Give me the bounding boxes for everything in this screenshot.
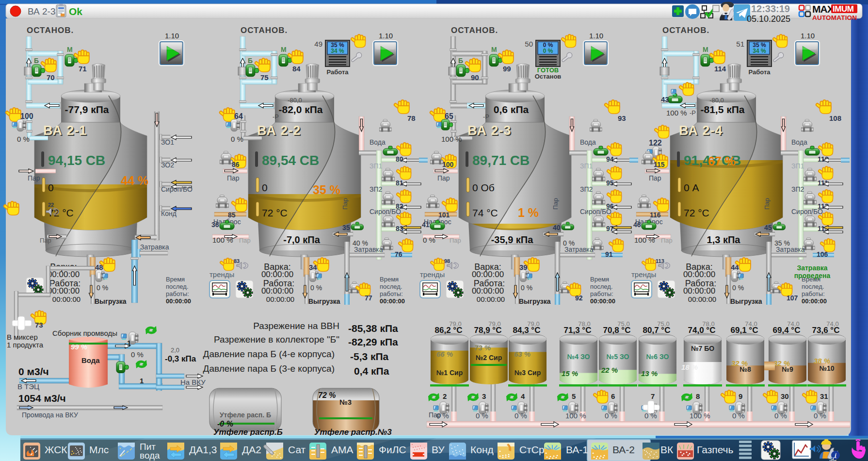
svg-text:Пар: Пар <box>763 198 771 210</box>
svg-text:94: 94 <box>606 155 614 163</box>
svg-text:80: 80 <box>396 155 403 163</box>
svg-text:2,0: 2,0 <box>171 346 179 354</box>
svg-text:Пар: Пар <box>28 174 40 182</box>
svg-text:послед.: послед. <box>380 283 402 290</box>
svg-text:ЗО2: ЗО2 <box>161 161 174 169</box>
svg-text:99 %: 99 % <box>71 343 87 351</box>
svg-text:ДА2: ДА2 <box>242 444 261 455</box>
svg-text:AUTOMATION: AUTOMATION <box>812 14 857 21</box>
svg-text:ЖСК: ЖСК <box>45 444 67 455</box>
svg-text:0 А: 0 А <box>684 182 699 193</box>
svg-text:100: 100 <box>20 112 33 120</box>
svg-text:86: 86 <box>232 161 240 168</box>
svg-text:0: 0 <box>262 182 268 193</box>
svg-text:Затравка: Затравка <box>140 243 169 251</box>
svg-text:Пар: Пар <box>649 174 661 182</box>
svg-text:Выгрузка: Выгрузка <box>730 297 762 305</box>
svg-text:№2 Сир: №2 Сир <box>476 354 502 362</box>
svg-text:89,71 СВ: 89,71 СВ <box>472 153 530 168</box>
svg-text:№7 БО: №7 БО <box>691 345 714 352</box>
svg-text:6: 6 <box>611 392 615 400</box>
svg-text:ВА 2-1: ВА 2-1 <box>43 123 87 138</box>
svg-text:Б: Б <box>458 57 463 65</box>
svg-text:Пар: Пар <box>40 237 51 244</box>
svg-text:100 %: 100 % <box>212 236 233 244</box>
svg-text:0 %: 0 % <box>231 135 243 143</box>
svg-text:89,54 СВ: 89,54 СВ <box>262 153 319 168</box>
svg-text:0 %: 0 % <box>476 412 488 420</box>
svg-text:0 %: 0 % <box>521 284 532 292</box>
svg-text:Пар: Пар <box>239 237 251 244</box>
svg-text:00:00:00: 00:00:00 <box>802 297 827 305</box>
svg-text:Затравка: Затравка <box>564 246 594 253</box>
svg-text:работы:: работы: <box>380 290 403 297</box>
svg-text:Промвода на ВКУ: Промвода на ВКУ <box>22 411 78 419</box>
svg-text:ЗП1: ЗП1 <box>370 162 383 170</box>
svg-text:-35,9 кПа: -35,9 кПа <box>491 234 534 245</box>
svg-text:4: 4 <box>521 392 525 400</box>
svg-text:Конд: Конд <box>470 444 494 455</box>
svg-text:Утфеле распр.Б: Утфеле распр.Б <box>213 428 283 437</box>
svg-text:На ВКУ: На ВКУ <box>180 378 206 386</box>
svg-text:32 %: 32 % <box>773 359 790 367</box>
svg-text:100 %: 100 % <box>690 412 710 420</box>
svg-text:00:00:00: 00:00:00 <box>48 270 80 279</box>
svg-text:Утфеле расп. Б: Утфеле расп. Б <box>220 411 271 419</box>
svg-text:100: 100 <box>442 161 454 168</box>
svg-text:83: 83 <box>234 258 240 264</box>
svg-text:Пар: Пар <box>341 198 349 210</box>
svg-text:38 %: 38 % <box>814 357 830 365</box>
svg-text:1 %: 1 % <box>518 206 539 219</box>
svg-text:М: М <box>703 46 708 53</box>
svg-text:78,9 °С: 78,9 °С <box>474 326 502 335</box>
svg-text:ВА 2-2: ВА 2-2 <box>257 123 301 138</box>
svg-text:91: 91 <box>605 250 613 258</box>
svg-text:-85,38 кПа: -85,38 кПа <box>348 323 398 334</box>
svg-text:№3: №3 <box>339 398 352 406</box>
svg-text:8: 8 <box>696 392 700 400</box>
svg-text:100 %: 100 % <box>441 135 462 143</box>
svg-text:работы:: работы: <box>590 290 613 297</box>
svg-text:00:00:00: 00:00:00 <box>380 297 405 305</box>
svg-text:73 %: 73 % <box>474 344 491 352</box>
svg-text:77: 77 <box>365 294 372 302</box>
svg-text:00:00:00: 00:00:00 <box>48 286 80 296</box>
svg-text:Б: Б <box>248 57 253 65</box>
svg-text:Б: Б <box>34 57 39 65</box>
svg-text:Млс: Млс <box>89 444 109 455</box>
svg-text:Сборник промводы: Сборник промводы <box>52 329 117 337</box>
svg-text:ЗП2: ЗП2 <box>580 185 593 193</box>
svg-text:0 м3/ч: 0 м3/ч <box>18 366 49 377</box>
svg-text:М: М <box>281 46 287 53</box>
svg-text:70,8 °С: 70,8 °С <box>603 326 631 335</box>
svg-text:95: 95 <box>606 179 614 187</box>
svg-text:107: 107 <box>787 294 798 302</box>
svg-text:ОСТАНОВ.: ОСТАНОВ. <box>451 26 498 35</box>
svg-text:64: 64 <box>234 112 243 120</box>
svg-text:72 %: 72 % <box>318 391 336 399</box>
svg-text:1.10: 1.10 <box>801 32 815 40</box>
svg-text:М: М <box>491 46 497 53</box>
svg-text:70: 70 <box>47 73 55 82</box>
svg-text:-82,29 кПа: -82,29 кПа <box>348 336 398 347</box>
svg-text:122: 122 <box>649 139 662 147</box>
svg-text:34 %: 34 % <box>753 48 766 54</box>
svg-text:2: 2 <box>443 392 447 400</box>
svg-text:86,2 °С: 86,2 °С <box>435 326 463 335</box>
svg-text:74 °С: 74 °С <box>472 207 498 218</box>
svg-text:Сироп/БО: Сироп/БО <box>161 185 193 193</box>
svg-text:0,4 кПа: 0,4 кПа <box>354 365 389 377</box>
svg-text:Затравка: Затравка <box>797 264 827 272</box>
svg-text:114: 114 <box>714 65 726 73</box>
svg-text:-0,3 кПа: -0,3 кПа <box>165 354 196 363</box>
svg-text:71,3 °С: 71,3 °С <box>564 326 592 335</box>
svg-text:00:00:00: 00:00:00 <box>261 286 293 296</box>
svg-text:72 °С: 72 °С <box>684 207 709 218</box>
svg-text:работы:: работы: <box>166 290 189 297</box>
svg-text:94,15 СВ: 94,15 СВ <box>48 153 105 168</box>
svg-text:№1 Сир: №1 Сир <box>436 369 463 377</box>
svg-text:100 %: 100 % <box>666 109 687 117</box>
svg-text:Работа: Работа <box>749 68 771 76</box>
svg-text:0 Об: 0 Об <box>472 182 495 193</box>
svg-text:IMUM: IMUM <box>833 4 854 14</box>
